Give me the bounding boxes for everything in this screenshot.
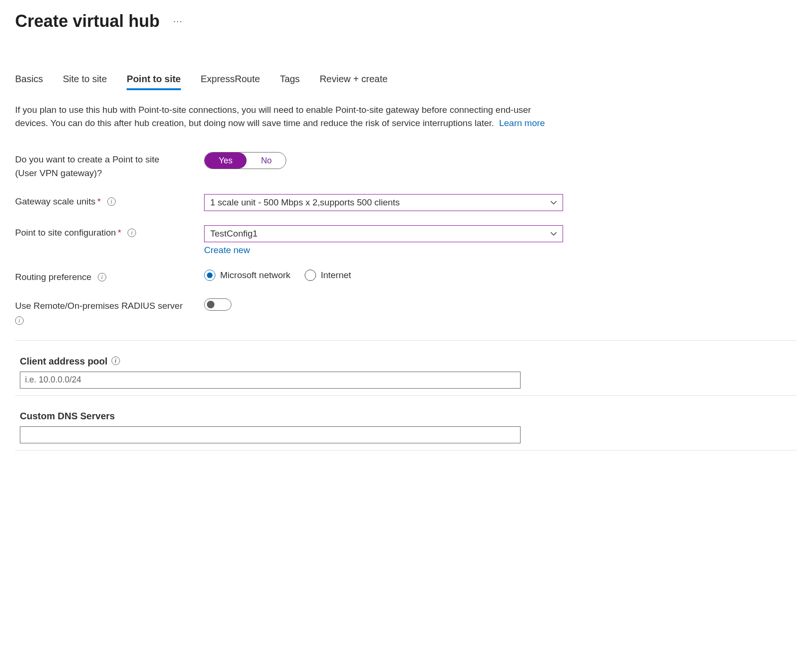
custom-dns-section: Custom DNS Servers — [15, 411, 797, 450]
dropdown-value: 1 scale unit - 500 Mbps x 2,supports 500… — [210, 197, 400, 208]
create-p2s-toggle[interactable]: Yes No — [204, 152, 286, 169]
tab-basics[interactable]: Basics — [15, 74, 43, 90]
required-star: * — [97, 196, 101, 206]
routing-pref-radios: Microsoft network Internet — [204, 270, 563, 281]
radio-label: Microsoft network — [220, 270, 291, 280]
label-text: Do you want to create a Point to site — [15, 154, 159, 164]
chevron-down-icon — [550, 230, 557, 237]
tab-site-to-site[interactable]: Site to site — [63, 74, 107, 90]
tab-review-create[interactable]: Review + create — [320, 74, 388, 90]
dropdown-value: TestConfig1 — [210, 229, 257, 239]
intro-text: If you plan to use this hub with Point-t… — [15, 103, 558, 129]
client-address-pool-input[interactable] — [20, 372, 521, 389]
tab-bar: Basics Site to site Point to site Expres… — [15, 74, 797, 90]
radius-label: Use Remote/On-premises RADIUS server — [15, 301, 183, 311]
switch-knob-icon — [207, 301, 214, 308]
client-address-pool-section: Client address pool i — [15, 340, 797, 396]
intro-body: If you plan to use this hub with Point-t… — [15, 105, 531, 128]
chevron-down-icon — [550, 199, 557, 206]
create-new-link[interactable]: Create new — [204, 245, 563, 255]
custom-dns-input[interactable] — [20, 426, 521, 443]
info-icon[interactable]: i — [15, 316, 24, 325]
dns-heading: Custom DNS Servers — [20, 411, 115, 422]
info-icon[interactable]: i — [111, 356, 120, 365]
learn-more-link[interactable]: Learn more — [499, 118, 545, 128]
radio-circle-icon — [204, 270, 215, 281]
routing-pref-label: Routing preference — [15, 272, 92, 282]
p2s-config-dropdown[interactable]: TestConfig1 — [204, 225, 563, 242]
gateway-scale-label: Gateway scale units — [15, 196, 95, 206]
gateway-scale-dropdown[interactable]: 1 scale unit - 500 Mbps x 2,supports 500… — [204, 194, 563, 211]
client-pool-heading: Client address pool — [20, 356, 108, 367]
radio-label: Internet — [321, 270, 351, 280]
info-icon[interactable]: i — [107, 197, 116, 206]
tab-expressroute[interactable]: ExpressRoute — [201, 74, 260, 90]
label-text: (User VPN gateway)? — [15, 168, 102, 178]
info-icon[interactable]: i — [128, 229, 136, 237]
radio-circle-icon — [305, 270, 316, 281]
more-icon[interactable]: ⋯ — [173, 17, 183, 26]
page-title: Create virtual hub — [15, 11, 160, 31]
p2s-config-label: Point to site configuration — [15, 228, 116, 237]
info-icon[interactable]: i — [98, 273, 106, 281]
create-p2s-label: Do you want to create a Point to site (U… — [15, 152, 204, 180]
toggle-no[interactable]: No — [247, 153, 286, 169]
radio-microsoft-network[interactable]: Microsoft network — [204, 270, 291, 281]
tab-point-to-site[interactable]: Point to site — [127, 74, 180, 90]
radius-switch[interactable] — [204, 298, 231, 311]
radio-internet[interactable]: Internet — [305, 270, 351, 281]
required-star: * — [118, 228, 121, 237]
tab-tags[interactable]: Tags — [280, 74, 299, 90]
toggle-yes[interactable]: Yes — [205, 153, 247, 169]
